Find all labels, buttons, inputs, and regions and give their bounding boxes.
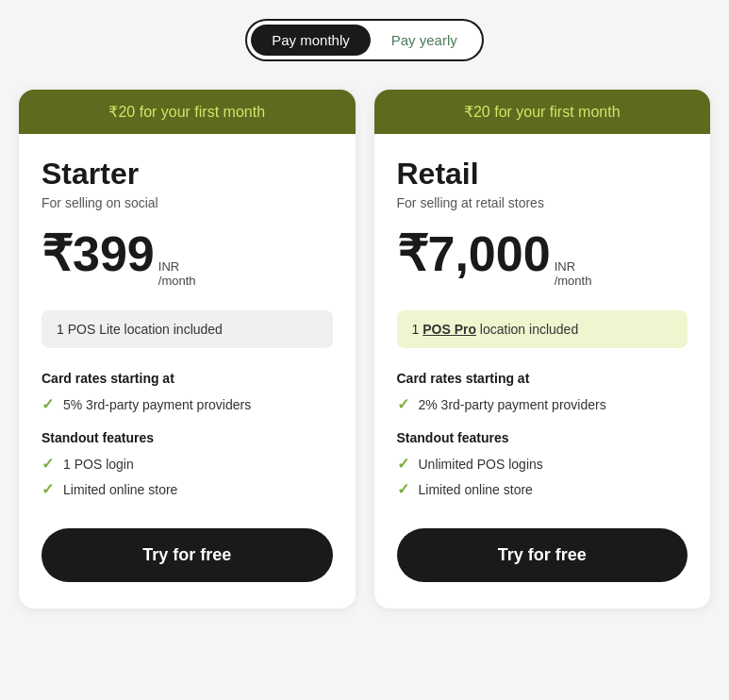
plan-price: ₹7,000 INR /month — [397, 229, 688, 288]
plan-card-retail: ₹20 for your first month Retail For sell… — [374, 90, 711, 608]
feature-text: Unlimited POS logins — [419, 457, 543, 472]
plan-card-starter: ₹20 for your first month Starter For sel… — [19, 90, 356, 608]
price-period: /month — [555, 274, 592, 288]
card-rate-item: ✓ 2% 3rd-party payment providers — [397, 395, 688, 413]
check-icon: ✓ — [397, 480, 409, 498]
price-period: /month — [158, 274, 196, 288]
billing-toggle: Pay monthly Pay yearly — [245, 19, 484, 61]
card-rate-text: 2% 3rd-party payment providers — [419, 397, 606, 412]
card-rates-title: Card rates starting at — [41, 371, 333, 386]
feature-item: ✓ Limited online store — [41, 480, 333, 498]
price-amount: ₹399 — [41, 229, 155, 278]
plan-body: Starter For selling on social ₹399 INR /… — [19, 134, 356, 608]
feature-text: Limited online store — [419, 482, 533, 497]
card-rate-item: ✓ 5% 3rd-party payment providers — [41, 395, 333, 413]
page-wrapper: Pay monthly Pay yearly ₹20 for your firs… — [19, 19, 710, 608]
check-icon: ✓ — [41, 395, 54, 413]
check-icon: ✓ — [397, 455, 409, 473]
plan-subtitle: For selling at retail stores — [397, 195, 688, 210]
plan-price: ₹399 INR /month — [41, 229, 333, 288]
standout-title: Standout features — [397, 430, 688, 445]
price-currency: INR — [158, 259, 196, 274]
price-amount: ₹7,000 — [397, 229, 551, 278]
check-icon: ✓ — [397, 395, 409, 413]
card-rate-text: 5% 3rd-party payment providers — [63, 397, 251, 412]
pos-pro-link[interactable]: POS Pro — [422, 322, 476, 337]
plan-body: Retail For selling at retail stores ₹7,0… — [374, 134, 711, 608]
pos-badge: 1 POS Pro location included — [397, 310, 688, 348]
price-details: INR /month — [555, 259, 592, 288]
plan-header: ₹20 for your first month — [374, 90, 711, 134]
yearly-toggle-btn[interactable]: Pay yearly — [371, 25, 478, 56]
price-details: INR /month — [158, 259, 196, 288]
try-free-button[interactable]: Try for free — [41, 528, 333, 582]
feature-item: ✓ Limited online store — [397, 480, 688, 498]
feature-text: Limited online store — [63, 482, 177, 497]
pos-badge: 1 POS Lite location included — [41, 310, 333, 348]
feature-text: 1 POS login — [63, 457, 134, 472]
monthly-toggle-btn[interactable]: Pay monthly — [251, 25, 371, 56]
standout-title: Standout features — [41, 430, 333, 445]
price-currency: INR — [555, 259, 592, 274]
feature-item: ✓ 1 POS login — [41, 455, 333, 473]
check-icon: ✓ — [41, 480, 54, 498]
card-rates-title: Card rates starting at — [397, 371, 688, 386]
plan-subtitle: For selling on social — [41, 195, 333, 210]
check-icon: ✓ — [41, 455, 54, 473]
plans-container: ₹20 for your first month Starter For sel… — [19, 90, 710, 608]
plan-name: Retail — [397, 157, 688, 192]
feature-item: ✓ Unlimited POS logins — [397, 455, 688, 473]
try-free-button[interactable]: Try for free — [397, 528, 688, 582]
plan-name: Starter — [41, 157, 333, 192]
plan-header: ₹20 for your first month — [19, 90, 356, 134]
